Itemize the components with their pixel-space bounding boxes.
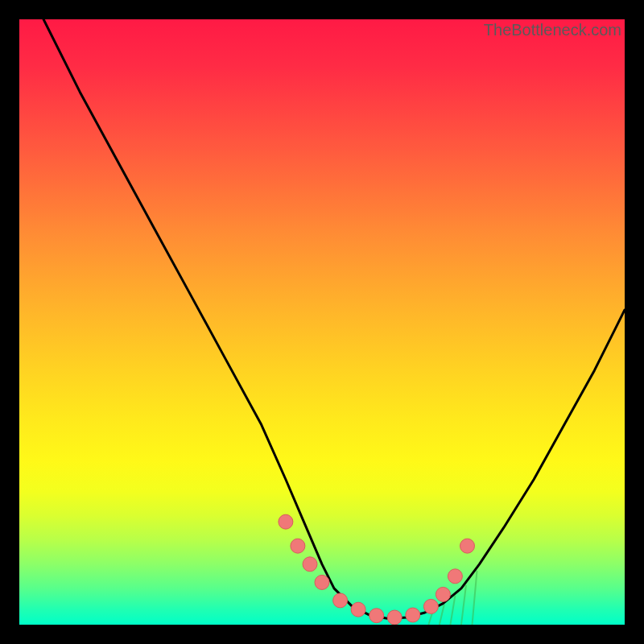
bottleneck-curve	[43, 19, 625, 619]
svg-line-4	[473, 571, 477, 625]
curve-marker	[436, 587, 450, 601]
curve-marker	[351, 602, 365, 617]
svg-line-3	[461, 585, 466, 625]
chart-svg	[19, 19, 625, 625]
curve-marker	[369, 609, 384, 623]
curve-marker	[406, 608, 420, 622]
curve-marker	[460, 539, 475, 553]
curve-marker	[279, 514, 293, 529]
curve-marker	[448, 569, 462, 584]
curve-marker	[333, 593, 348, 608]
curve-marker	[291, 539, 305, 553]
chart-container: TheBottleneck.com	[0, 0, 644, 644]
curve-marker	[315, 575, 329, 589]
curve-marker	[303, 557, 317, 572]
svg-line-1	[440, 604, 444, 625]
curve-marker	[423, 599, 438, 613]
plot-area: TheBottleneck.com	[19, 19, 625, 625]
watermark-text: TheBottleneck.com	[484, 21, 621, 39]
svg-line-2	[450, 596, 455, 625]
curve-marker	[387, 610, 402, 625]
